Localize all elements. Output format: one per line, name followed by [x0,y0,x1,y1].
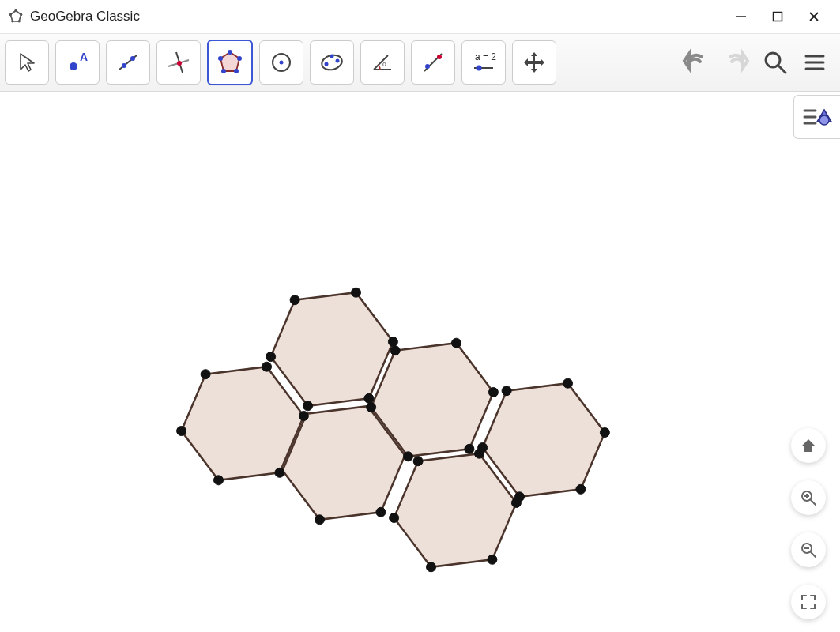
svg-point-29 [330,55,334,58]
vertex-point[interactable] [266,352,276,362]
polygon-icon [214,47,246,78]
close-icon [808,11,819,22]
vertex-point[interactable] [502,386,511,396]
hamburger-icon [802,50,827,75]
toolbar-right [680,47,835,78]
svg-line-51 [811,552,816,557]
title-bar: GeoGebra Classic [0,0,840,33]
svg-point-14 [130,56,135,61]
svg-point-21 [234,69,239,73]
svg-line-47 [811,500,816,505]
undo-button[interactable] [680,47,712,78]
maximize-button[interactable] [759,0,796,33]
vertex-point[interactable] [367,403,376,412]
svg-marker-0 [10,11,21,21]
svg-point-3 [18,20,21,22]
vertex-point[interactable] [303,401,313,411]
polygon-tool[interactable] [207,40,253,85]
graphics-view[interactable] [0,92,840,632]
vertex-point[interactable] [376,507,386,517]
app-icon [8,9,24,24]
vertex-point[interactable] [201,370,210,379]
angle-tool[interactable]: α [360,40,405,85]
vertex-point[interactable] [299,412,308,421]
vertex-point[interactable] [315,515,325,525]
circle-tool[interactable] [259,40,303,85]
redo-button[interactable] [720,47,751,78]
perpendicular-icon [165,49,192,76]
pan-icon [521,49,548,76]
circle-icon [268,49,295,76]
fullscreen-button[interactable] [791,585,826,619]
search-icon [762,49,789,76]
window-title: GeoGebra Classic [30,9,140,24]
svg-marker-18 [220,52,239,71]
svg-rect-7 [774,13,782,21]
vertex-point[interactable] [488,555,497,564]
maximize-icon [772,11,783,22]
zoom-in-button[interactable] [791,480,826,515]
vertex-point[interactable] [262,362,272,371]
cursor-icon [13,49,40,76]
menu-button[interactable] [799,47,831,78]
vertex-point[interactable] [465,444,474,453]
perpendicular-tool[interactable] [156,40,201,85]
vertex-point[interactable] [388,337,397,347]
point-tool[interactable]: A [55,40,100,85]
transform-tool[interactable] [411,40,455,85]
slider-tool[interactable]: a = 2 [461,40,506,85]
hexagon[interactable] [271,292,394,406]
vertex-point[interactable] [452,338,461,348]
conic-tool[interactable] [310,40,354,85]
svg-point-1 [14,9,17,12]
vertex-point[interactable] [390,514,399,523]
vertex-point[interactable] [275,468,284,477]
vertex-point[interactable] [576,484,586,494]
hexagon[interactable] [394,453,517,567]
vertex-point[interactable] [563,378,573,388]
close-button[interactable] [796,0,832,33]
svg-point-25 [280,61,284,65]
svg-point-33 [437,55,442,59]
vertex-point[interactable] [413,457,423,466]
construction-tools: A [5,40,556,85]
vertex-point[interactable] [364,393,374,403]
style-bar-toggle[interactable] [793,95,840,139]
zoom-out-icon [800,541,817,559]
vertex-point[interactable] [352,288,361,297]
angle-icon: α [369,49,396,76]
svg-point-20 [237,56,242,61]
search-button[interactable] [759,47,791,78]
vertex-point[interactable] [177,427,186,436]
vertex-point[interactable] [290,295,299,305]
hexagon[interactable] [483,383,605,497]
svg-point-19 [228,50,232,55]
vertex-point[interactable] [404,452,413,461]
fullscreen-icon [800,594,816,610]
svg-line-37 [778,66,785,73]
vertex-point[interactable] [214,476,224,485]
slider-icon: a = 2 [468,47,499,78]
svg-point-17 [177,61,182,66]
line-tool[interactable] [106,40,150,85]
svg-point-13 [122,63,126,68]
vertex-point[interactable] [475,449,484,458]
point-icon: A [64,49,91,76]
ellipse-icon [318,49,345,76]
minimize-button[interactable] [723,0,759,33]
slider-label: a = 2 [475,51,496,62]
move-tool[interactable] [5,40,49,85]
vertex-point[interactable] [600,428,609,438]
vertex-point[interactable] [390,346,400,356]
vertex-point[interactable] [427,562,436,572]
construction-svg [0,92,840,632]
svg-point-28 [336,59,340,63]
vertex-point[interactable] [511,498,521,508]
zoom-out-button[interactable] [791,532,826,567]
home-view-button[interactable] [791,428,826,463]
svg-point-45 [819,115,829,125]
move-view-tool[interactable] [512,40,556,85]
svg-point-23 [218,56,223,61]
vertex-point[interactable] [488,388,498,397]
svg-text:α: α [382,60,386,68]
